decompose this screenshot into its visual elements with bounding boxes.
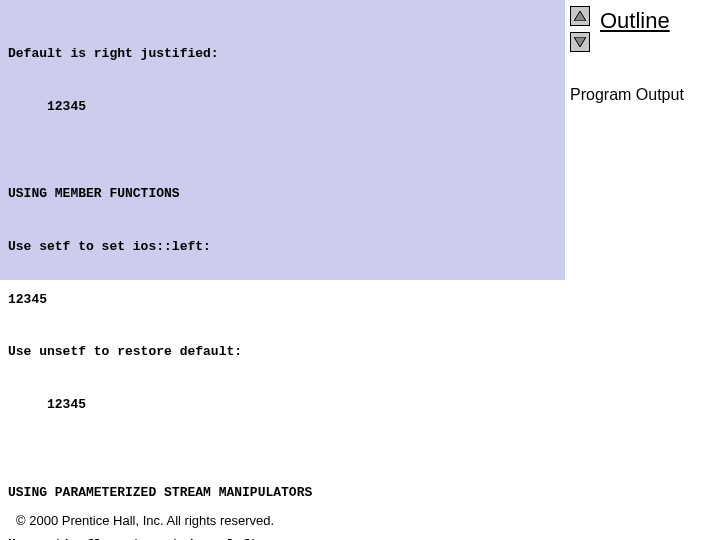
- copyright-footer: © 2000 Prentice Hall, Inc. All rights re…: [16, 513, 274, 528]
- output-line: Use unsetf to restore default:: [8, 343, 557, 361]
- svg-marker-0: [574, 11, 586, 21]
- svg-marker-1: [574, 37, 586, 47]
- output-line: Use setf to set ios::left:: [8, 238, 557, 256]
- triangle-down-icon: [574, 37, 586, 47]
- output-line: 12345: [8, 396, 557, 414]
- section-label: Program Output: [570, 86, 684, 104]
- outline-link[interactable]: Outline: [600, 8, 670, 34]
- output-line: Use setiosflags to set ios::left:: [8, 536, 557, 540]
- output-line: USING PARAMETERIZED STREAM MANIPULATORS: [8, 484, 557, 502]
- triangle-up-icon: [574, 11, 586, 21]
- output-line: 12345: [8, 291, 557, 309]
- slide: Default is right justified: 12345 USING …: [0, 0, 720, 540]
- output-line: 12345: [8, 98, 557, 116]
- prev-slide-button[interactable]: [570, 6, 590, 26]
- program-output-box: Default is right justified: 12345 USING …: [0, 0, 565, 280]
- nav-arrows: [570, 6, 590, 52]
- output-line: Default is right justified:: [8, 45, 557, 63]
- next-slide-button[interactable]: [570, 32, 590, 52]
- output-line: USING MEMBER FUNCTIONS: [8, 185, 557, 203]
